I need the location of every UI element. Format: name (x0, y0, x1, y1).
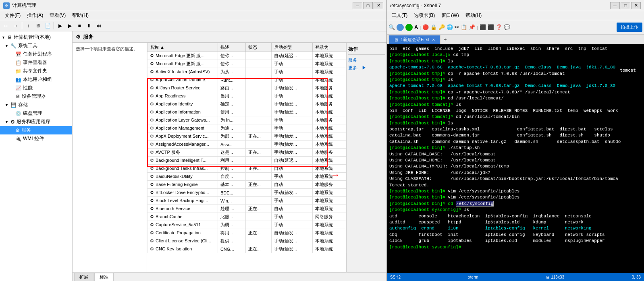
table-row[interactable]: ⚙Microsoft Edge 更新 服... 使你... 自动(延迟... 本… (147, 52, 346, 60)
toolbar-btn6[interactable]: 📋 (461, 24, 467, 30)
sidebar-item-eventviewer[interactable]: 📋 事件查看器 (0, 58, 72, 67)
sidebar-item-services-apps[interactable]: ▼ ⚙ 服务和应用程序 (0, 118, 72, 126)
tab-extended[interactable]: 扩展 (74, 273, 93, 281)
table-row[interactable]: ⚙Background Tasks Infras... 控制... 正在... … (147, 165, 346, 173)
maximize-button[interactable]: □ (363, 2, 373, 9)
table-row[interactable]: ⚙CNG Key Isolation CNG... 正在... 手动(触发...… (147, 245, 346, 253)
table-row[interactable]: ⚙Certificate Propagation 将用... 正在... 自动(… (147, 229, 346, 237)
toolbar-btn5[interactable]: ✂ (455, 24, 459, 30)
stop-button[interactable]: ■ (75, 21, 84, 30)
toolbar-btn8[interactable]: ⬛ (480, 24, 486, 30)
table-row[interactable]: ⚙ActiveX Installer (AxInstSV) 为从... 手动 本… (147, 68, 346, 76)
toolbar-btn1[interactable]: 🔴 (422, 24, 429, 30)
menu-help[interactable]: 帮助(H) (69, 11, 92, 20)
xshell-menu-window[interactable]: 窗口(W) (438, 11, 462, 20)
table-row[interactable]: ⚙Agent Activation Runtime... Runt... 手动 … (147, 76, 346, 84)
pause-button[interactable]: ⏸ (85, 21, 93, 30)
storage-icon: 💾 (10, 102, 17, 108)
svc-gear-icon: ⚙ (150, 85, 154, 90)
xshell-minimize[interactable]: ─ (610, 2, 620, 9)
svc-gear-icon: ⚙ (150, 110, 154, 114)
sidebar-item-wmi[interactable]: 🔌 WMI 控件 (0, 134, 72, 143)
col-name[interactable]: 名称 ▲ (147, 43, 218, 52)
col-login[interactable]: 登录为 (312, 43, 346, 52)
sidebar-item-storage[interactable]: ▼ 💾 存储 (0, 101, 72, 109)
table-row[interactable]: ⚙Background Intelligent T... 利用... 自动(延迟… (147, 157, 346, 165)
terminal[interactable]: bin etc games include jdk7 lib lib64 lib… (387, 44, 644, 273)
tab-standard[interactable]: 标准 (94, 273, 114, 281)
services-list[interactable]: 名称 ▲ 描述 状态 启动类型 登录为 ⚙Microsoft Edge 更新 服… (147, 43, 346, 272)
cell-startup: 手动 (272, 173, 313, 181)
toolbar-btn4[interactable]: 🌐 (447, 24, 453, 30)
toolbar-btn7[interactable]: 📌 (469, 24, 475, 30)
col-status[interactable]: 状态 (245, 43, 271, 52)
minimize-button[interactable]: ─ (353, 2, 362, 9)
xshell-menu-help[interactable]: 帮助(H) (462, 11, 485, 20)
table-row[interactable]: ⚙BranchCache 此服... 手动 网络服务 (147, 213, 346, 221)
back-button[interactable]: ← (2, 21, 10, 30)
table-row[interactable]: ⚙Application Management 为通... 手动 本地系统 (147, 124, 346, 132)
table-row[interactable]: ⚙Application Layer Gatewa... 为 In... 手动 … (147, 116, 346, 124)
menu-view[interactable]: 查看(V) (46, 11, 69, 20)
tree-arrow-storage: ▼ (5, 103, 9, 107)
table-row[interactable]: ⚙AVCTP 服务 这是... 正在... 手动(触发... 本地服务 (147, 149, 346, 157)
toolbar-btn9[interactable]: ⬛ (488, 24, 494, 30)
toolbar-dot-btn[interactable] (405, 24, 413, 31)
sidebar-item-scheduler[interactable]: 📅 任务计划程序 (0, 50, 72, 58)
table-row[interactable]: ⚙BitLocker Drive Encryptio... BDE... 手动(… (147, 189, 346, 197)
tab-add-button[interactable]: + (440, 35, 450, 44)
table-row[interactable]: ⚙Base Filtering Engine 基本... 正在... 自动 本地… (147, 181, 346, 189)
xshell-menu-tools[interactable]: 工具(T) (388, 11, 411, 20)
table-row[interactable]: ⚙AllJoyn Router Service 路由... 手动(触发... 本… (147, 84, 346, 92)
sidebar-item-services[interactable]: ⚙ 服务 (0, 126, 72, 134)
sidebar-item-root[interactable]: ▼ 🖥 计算机管理(本地) (0, 33, 72, 41)
toolbar-btn11[interactable]: 💬 (504, 24, 510, 30)
services-wrapper: ⚙ 服务 选择一个项目来查看它的描述。 (73, 31, 386, 281)
toolbar-btn3[interactable]: 🔑 (438, 24, 445, 30)
up-button[interactable]: ↑ (24, 21, 33, 30)
action-more[interactable]: 更多... ▶ (348, 64, 385, 72)
table-row[interactable]: ⚙AppX Deployment Servic... 为部... 正在... 手… (147, 132, 346, 140)
menu-file[interactable]: 文件(F) (2, 11, 24, 20)
close-button[interactable]: ✕ (374, 2, 383, 9)
xshell-menu-tabs[interactable]: 选项卡(B) (411, 11, 438, 20)
cell-startup: 手动(触发... (272, 189, 313, 197)
toolbar-color-btn[interactable] (397, 24, 404, 31)
table-row[interactable]: ⚙Bluetooth Service 处理 ... 正在... 自动 本地系统 (147, 205, 346, 213)
col-startup[interactable]: 启动类型 (272, 43, 313, 52)
table-row[interactable]: ⚙CaptureService_5a511 为调... 手动 本地系统 (147, 221, 346, 229)
xshell-close[interactable]: ✕ (631, 2, 641, 9)
sidebar-item-disk[interactable]: 💿 磁盘管理 (0, 109, 72, 118)
table-row[interactable]: ⚙BaiduNetdiskUtility 自度... 手动 本地系统 (147, 173, 346, 181)
cell-login: 本地系统 (312, 205, 346, 213)
sidebar-item-devmgr[interactable]: 🖥 设备管理器 (0, 92, 72, 101)
toolbar-font-btn[interactable]: A (414, 24, 418, 30)
col-desc[interactable]: 描述 (218, 43, 245, 52)
cell-startup: 手动(触发... (272, 237, 313, 245)
toolbar-btn10[interactable]: ❓ (496, 24, 502, 30)
xshell-tab-first[interactable]: 🖥 1新建会话First ✕ (388, 35, 440, 44)
table-row[interactable]: ⚙Microsoft Edge 更新 服... 使你... 手动 本地系统 (147, 60, 346, 68)
play-button[interactable]: ▶ (56, 21, 64, 30)
xshell-maximize[interactable]: □ (621, 2, 630, 9)
table-row[interactable]: ⚙App Readiness 当用... 手动 本地系统 (147, 92, 346, 100)
sidebar-item-users[interactable]: 👥 本地用户和组 (0, 75, 72, 84)
sidebar-item-shared[interactable]: 📁 共享文件夹 (0, 67, 72, 75)
tab-close-icon[interactable]: ✕ (432, 38, 435, 42)
upload-button[interactable]: 拍摄上传 (617, 23, 642, 32)
table-row[interactable]: ⚙Block Level Backup Engi... Win... 手动 本地… (147, 197, 346, 205)
sidebar-item-perf[interactable]: 📈 性能 (0, 84, 72, 92)
show-hide-button[interactable]: 🖥 (33, 21, 42, 30)
menu-action[interactable]: 操作(A) (24, 11, 46, 20)
table-row[interactable]: ⚙AssignedAccessManager... Assi... 手动(触发.… (147, 140, 346, 149)
play2-button[interactable]: ▶ (65, 21, 74, 30)
table-row[interactable]: ⚙Client License Service (Cli... 提供... 手动… (147, 237, 346, 245)
table-row[interactable]: ⚙Application Identity 确定... 手动(触发... 本地服… (147, 100, 346, 108)
forward-button[interactable]: → (11, 21, 20, 30)
properties-button[interactable]: 📄 (43, 21, 52, 30)
action-services[interactable]: 服务 (348, 56, 385, 64)
table-row[interactable]: ⚙Application Information 使用... 手动(触发... … (147, 108, 346, 116)
toolbar-btn2[interactable]: 🔒 (430, 24, 437, 30)
sidebar-item-tools[interactable]: ▼ 🔧 系统工具 (0, 41, 72, 50)
skip-button[interactable]: ⏭ (94, 21, 103, 30)
